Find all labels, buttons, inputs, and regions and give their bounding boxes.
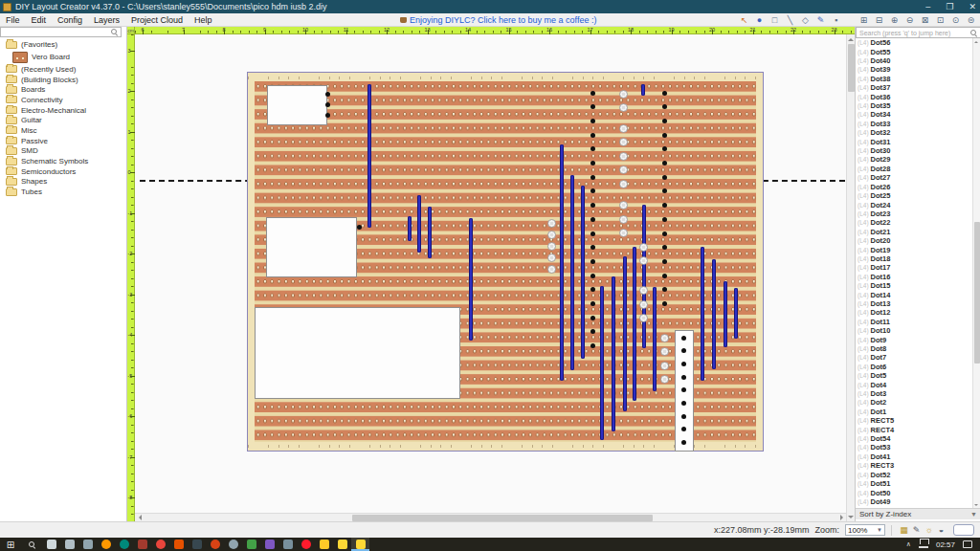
jumper-wire[interactable]: [642, 205, 646, 348]
solder-pad[interactable]: [639, 300, 648, 309]
list-item[interactable]: (L4)Dot50: [856, 488, 973, 496]
solder-dot[interactable]: [662, 245, 667, 250]
jumper-wire[interactable]: [581, 186, 585, 359]
jumper-wire[interactable]: [653, 287, 657, 391]
taskbar-app-chrome[interactable]: [151, 538, 169, 551]
solder-dot[interactable]: [590, 133, 595, 138]
sidebar-item-tubes[interactable]: Tubes: [0, 187, 127, 197]
jumper-wire[interactable]: [417, 195, 421, 253]
scroll-right-arrow[interactable]: [840, 515, 846, 520]
taskbar-app-rust-app[interactable]: [206, 538, 224, 551]
taskbar-app-diylc-active[interactable]: [351, 538, 369, 551]
list-item[interactable]: (L4)Dot18: [856, 254, 973, 263]
list-item[interactable]: (L4)Dot53: [856, 443, 973, 452]
taskbar-app-photo-app[interactable]: [188, 538, 206, 551]
scroll-left-arrow[interactable]: [136, 515, 142, 520]
list-item[interactable]: (L4)Dot37: [856, 83, 973, 92]
taskbar-app-firefox[interactable]: [97, 538, 115, 551]
canvas-vertical-scrollbar[interactable]: [846, 34, 855, 521]
list-scroll-thumb[interactable]: [974, 222, 980, 364]
list-item[interactable]: (L4)Dot31: [856, 137, 973, 145]
rect-tool-icon[interactable]: □: [768, 14, 781, 26]
pencil-tool-icon[interactable]: ✎: [814, 14, 827, 26]
list-item[interactable]: (L4)Dot41: [856, 452, 973, 461]
taskbar-app-purple-app[interactable]: [260, 538, 278, 551]
solder-dot[interactable]: [662, 161, 667, 165]
solder-dot[interactable]: [590, 287, 595, 292]
solder-pad[interactable]: [619, 201, 628, 209]
solder-dot[interactable]: [325, 102, 330, 107]
solder-pad[interactable]: [619, 229, 628, 237]
taskbar-app-gear-app[interactable]: [224, 538, 242, 551]
solder-pad[interactable]: [547, 253, 556, 262]
solder-pad[interactable]: [547, 265, 556, 274]
solder-pad[interactable]: [660, 362, 669, 370]
solder-dot[interactable]: [681, 336, 686, 341]
polygon-tool-icon[interactable]: ◇: [799, 14, 812, 26]
list-item[interactable]: (L4)Dot14: [856, 290, 973, 298]
vero-board[interactable]: [247, 72, 764, 452]
taskbar-app-file-app[interactable]: [278, 538, 297, 551]
solder-dot[interactable]: [662, 104, 667, 109]
grid-tool-icon[interactable]: ▪: [830, 14, 842, 26]
maximize-button[interactable]: ❐: [946, 2, 953, 11]
menu-project-cloud[interactable]: Project Cloud: [125, 13, 189, 27]
solder-pad[interactable]: [660, 347, 669, 356]
pencil-icon[interactable]: ✎: [910, 524, 923, 536]
solder-pad[interactable]: [660, 375, 669, 384]
list-item[interactable]: (L4)RECT5: [856, 416, 973, 425]
menu-layers[interactable]: Layers: [88, 13, 125, 27]
taskbar-app-orange-app[interactable]: [169, 538, 188, 551]
list-item[interactable]: (L4)Dot26: [856, 183, 973, 191]
solder-dot[interactable]: [662, 259, 667, 264]
jumper-wire[interactable]: [641, 84, 645, 96]
clock[interactable]: 02:57: [936, 540, 955, 549]
list-item[interactable]: (L4)Dot38: [856, 75, 973, 83]
list-item[interactable]: (L4)Dot55: [856, 47, 973, 55]
jumper-wire[interactable]: [469, 218, 473, 341]
solder-dot[interactable]: [590, 329, 595, 334]
horizontal-scroll-thumb[interactable]: [352, 515, 653, 521]
solder-dot[interactable]: [681, 414, 686, 419]
group-icon[interactable]: ⊙: [949, 14, 962, 26]
solder-pad[interactable]: [619, 103, 628, 112]
solder-dot[interactable]: [662, 274, 667, 278]
solder-dot[interactable]: [662, 301, 667, 306]
sidebar-item-electro-mechanical[interactable]: Electro-Mechanical: [0, 105, 127, 116]
list-scrollbar[interactable]: [972, 38, 980, 508]
list-item[interactable]: (L4)Dot23: [856, 209, 973, 218]
sidebar-item-favorites[interactable]: (Favorites): [0, 39, 127, 50]
sidebar-item-shapes[interactable]: Shapes: [0, 177, 127, 187]
menu-help[interactable]: Help: [189, 13, 218, 27]
line-tool-icon[interactable]: ╲: [784, 14, 796, 26]
scroll-up-arrow[interactable]: [974, 39, 978, 43]
solder-pad[interactable]: [619, 180, 628, 188]
list-item[interactable]: (L4)Dot54: [856, 434, 973, 443]
list-item[interactable]: (L4)Dot9: [856, 335, 973, 343]
list-item[interactable]: (L4)Dot22: [856, 218, 973, 227]
list-item[interactable]: (L4)Dot13: [856, 299, 973, 308]
component-outline[interactable]: [255, 307, 460, 399]
sidebar-item-recently-used[interactable]: (Recently Used): [0, 64, 127, 75]
list-item[interactable]: (L4)Dot28: [856, 165, 973, 173]
solder-pad[interactable]: [547, 242, 556, 251]
list-item[interactable]: (L4)Dot1: [856, 408, 973, 416]
network-icon[interactable]: [919, 541, 928, 548]
solder-dot[interactable]: [681, 375, 686, 380]
sidebar-item-boards[interactable]: Boards: [0, 84, 127, 95]
solder-pad[interactable]: [619, 165, 628, 174]
jumper-wire[interactable]: [560, 144, 564, 381]
flip-horizontal-icon[interactable]: ⊠: [919, 14, 931, 26]
list-item[interactable]: (L4)Dot5: [856, 371, 973, 380]
sidebar-item-schematic-symbols[interactable]: Schematic Symbols: [0, 156, 127, 166]
list-item[interactable]: (L4)Dot29: [856, 155, 973, 164]
solder-dot[interactable]: [357, 225, 362, 230]
minimize-button[interactable]: –: [925, 2, 930, 11]
bulb-icon[interactable]: ☼: [923, 524, 935, 536]
solder-dot[interactable]: [662, 146, 667, 151]
menu-config[interactable]: Config: [52, 13, 88, 27]
solder-dot[interactable]: [590, 274, 595, 278]
list-item[interactable]: (L4)Dot40: [856, 56, 973, 65]
list-item[interactable]: (L4)Dot24: [856, 200, 973, 209]
list-item[interactable]: (L4)Dot32: [856, 128, 973, 137]
